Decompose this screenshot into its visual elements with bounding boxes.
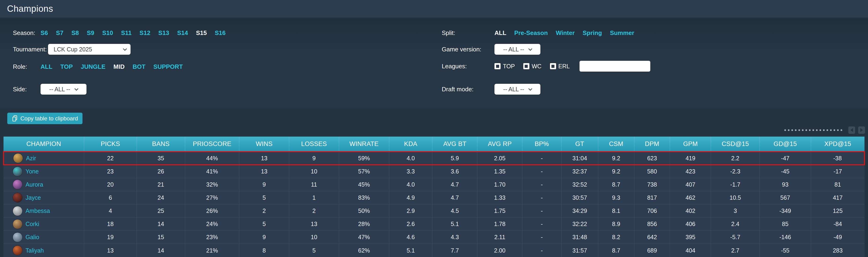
season-filter-row: Season: S6S7S8S9S10S11S12S13S14S15S16: [13, 27, 226, 39]
role-link-jungle[interactable]: JUNGLE: [81, 63, 105, 70]
champion-link[interactable]: Taliyah: [26, 247, 44, 254]
table-row: Galio191523%91047%4.64.32.11-31:488.2642…: [3, 231, 865, 244]
column-header-avg-rp[interactable]: AVG RP: [477, 137, 522, 152]
role-link-all[interactable]: ALL: [40, 63, 53, 70]
column-header-losses[interactable]: LOSSES: [289, 137, 339, 152]
season-link-s7[interactable]: S7: [56, 29, 63, 37]
season-link-s16[interactable]: S16: [215, 29, 225, 37]
split-link-winter[interactable]: Winter: [556, 29, 575, 37]
scroll-right-button[interactable]: [858, 126, 865, 134]
role-link-mid[interactable]: MID: [114, 63, 125, 70]
season-link-s12[interactable]: S12: [140, 29, 150, 37]
season-link-s13[interactable]: S13: [158, 29, 169, 37]
stat-cell: 2: [239, 204, 289, 218]
column-header-kda[interactable]: KDA: [389, 137, 432, 152]
stat-cell: 395: [670, 231, 711, 244]
champion-link[interactable]: Jayce: [26, 194, 41, 201]
stat-cell: 4.0: [389, 178, 432, 191]
scroll-dot: [792, 129, 793, 131]
scroll-dot: [837, 129, 839, 131]
tournament-select[interactable]: LCK Cup 2025: [48, 44, 130, 55]
side-select[interactable]: -- ALL --: [40, 84, 87, 94]
season-link-s15[interactable]: S15: [196, 29, 207, 37]
stat-cell: -: [522, 152, 561, 165]
split-link-pre-season[interactable]: Pre-Season: [515, 29, 548, 37]
game-version-select[interactable]: -- ALL --: [494, 44, 540, 55]
stat-cell: -47: [760, 152, 811, 165]
champion-link[interactable]: Yone: [26, 168, 39, 175]
season-link-s9[interactable]: S9: [87, 29, 94, 37]
column-header-csd-15[interactable]: CSD@15: [711, 137, 760, 152]
draft-mode-label: Draft mode:: [442, 86, 494, 93]
draft-mode-select[interactable]: -- ALL --: [494, 84, 540, 94]
column-header-wins[interactable]: WINS: [239, 137, 289, 152]
stat-cell: -17: [811, 165, 865, 178]
role-link-support[interactable]: SUPPORT: [154, 63, 183, 70]
stat-cell: 47%: [339, 231, 389, 244]
champion-link[interactable]: Ambessa: [26, 207, 50, 214]
stat-cell: 4.3: [432, 231, 477, 244]
stat-cell: 706: [634, 204, 670, 218]
column-header-csm[interactable]: CSM: [598, 137, 634, 152]
column-header-champion[interactable]: CHAMPION: [3, 137, 84, 152]
leagues-search-input[interactable]: [580, 61, 650, 72]
stat-cell: 1.70: [477, 178, 522, 191]
stat-cell: 9.3: [598, 191, 634, 204]
stat-cell: 5.1: [389, 244, 432, 257]
stat-cell: 419: [670, 152, 711, 165]
champion-portrait-icon: [13, 153, 23, 163]
table-row: Jayce62427%5183%4.94.71.33-30:579.381746…: [3, 191, 865, 204]
league-checkbox-erl[interactable]: ERL: [550, 63, 570, 70]
scroll-dot: [841, 129, 842, 131]
role-link-top[interactable]: TOP: [60, 63, 73, 70]
season-link-s10[interactable]: S10: [102, 29, 113, 37]
split-link-spring[interactable]: Spring: [583, 29, 602, 37]
champion-portrait-icon: [13, 246, 22, 255]
stat-cell: 93: [760, 178, 811, 191]
column-header-gpm[interactable]: GPM: [670, 137, 711, 152]
scroll-dot: [788, 129, 789, 131]
champion-link[interactable]: Galio: [26, 234, 39, 240]
column-header-prioscore[interactable]: PRIOSCORE: [185, 137, 239, 152]
champion-link[interactable]: Corki: [26, 221, 39, 227]
scroll-left-button[interactable]: [848, 126, 855, 134]
stat-cell: 580: [634, 165, 670, 178]
column-header-picks[interactable]: PICKS: [84, 137, 137, 152]
stat-cell: 1: [289, 191, 339, 204]
split-link-all[interactable]: ALL: [494, 29, 506, 37]
split-link-summer[interactable]: Summer: [610, 29, 634, 37]
column-header-winrate[interactable]: WINRATE: [339, 137, 389, 152]
league-checkbox-wc[interactable]: WC: [523, 63, 541, 70]
champion-link[interactable]: Aurora: [26, 181, 43, 188]
column-header-gd-15[interactable]: GD@15: [760, 137, 811, 152]
stat-cell: 26: [136, 165, 185, 178]
checkbox-icon: [523, 63, 529, 69]
tournament-filter-row: Tournament: LCK Cup 2025: [13, 44, 130, 55]
season-link-s11[interactable]: S11: [121, 29, 132, 37]
role-links: ALLTOPJUNGLEMIDBOTSUPPORT: [40, 63, 183, 70]
stat-cell: 81: [811, 178, 865, 191]
column-header-xpd-15[interactable]: XPD@15: [811, 137, 865, 152]
season-link-s8[interactable]: S8: [71, 29, 79, 37]
page-title: Champions: [7, 4, 53, 14]
league-checkbox-top[interactable]: TOP: [494, 63, 515, 70]
copy-table-button[interactable]: Copy table to clipboard: [7, 113, 83, 124]
column-header-dpm[interactable]: DPM: [634, 137, 670, 152]
column-header-bp-[interactable]: BP%: [522, 137, 561, 152]
stat-cell: 85: [760, 218, 811, 231]
stat-cell: 417: [811, 191, 865, 204]
stat-cell: 6: [84, 191, 137, 204]
stat-cell: 2.05: [477, 152, 522, 165]
season-link-s6[interactable]: S6: [40, 29, 48, 37]
column-header-bans[interactable]: BANS: [136, 137, 185, 152]
stat-cell: 31:57: [561, 244, 598, 257]
split-links: ALLPre-SeasonWinterSpringSummer: [494, 29, 634, 37]
season-link-s14[interactable]: S14: [177, 29, 188, 37]
stat-cell: 4.5: [432, 204, 477, 218]
champion-link[interactable]: Azir: [26, 155, 36, 162]
stat-cell: -: [522, 204, 561, 218]
stat-cell: -: [522, 165, 561, 178]
column-header-gt[interactable]: GT: [561, 137, 598, 152]
role-link-bot[interactable]: BOT: [133, 63, 146, 70]
column-header-avg-bt[interactable]: AVG BT: [432, 137, 477, 152]
